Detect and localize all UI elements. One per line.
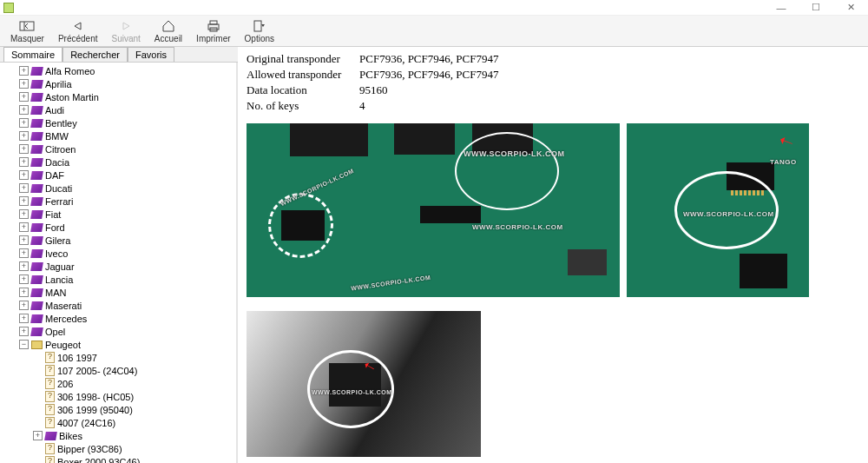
page-icon xyxy=(45,456,55,463)
brand-icon xyxy=(30,145,43,154)
expand-icon[interactable]: + xyxy=(19,209,29,219)
tree-panel[interactable]: +Alfa Romeo+Aprilia+Aston Martin+Audi+Be… xyxy=(0,63,238,463)
hide-button[interactable]: Masquer xyxy=(3,17,51,44)
tree-label: Alfa Romeo xyxy=(45,66,95,76)
tree-brand[interactable]: +Mercedes xyxy=(2,312,234,325)
home-button[interactable]: Accueil xyxy=(148,17,189,44)
expand-icon[interactable]: + xyxy=(19,66,29,76)
previous-button[interactable]: Précédent xyxy=(51,17,105,44)
tree-brand[interactable]: +Citroen xyxy=(2,142,234,155)
expand-icon[interactable]: + xyxy=(19,157,29,167)
expand-icon[interactable]: + xyxy=(19,183,29,193)
sidebar-tabs: Sommaire Rechercher Favoris xyxy=(0,47,238,63)
tree-label: Bikes xyxy=(59,431,82,441)
expand-icon[interactable]: + xyxy=(19,92,29,102)
app-icon xyxy=(3,3,14,13)
expand-icon[interactable]: + xyxy=(19,235,29,245)
tree-brand[interactable]: +DAF xyxy=(2,169,234,182)
tab-summary[interactable]: Sommaire xyxy=(3,47,62,62)
expand-icon[interactable]: + xyxy=(19,144,29,154)
tree-brand-expanded[interactable]: −Peugeot xyxy=(2,338,234,351)
tree-brand[interactable]: +Fiat xyxy=(2,208,234,221)
brand-icon xyxy=(30,80,43,89)
brand-icon xyxy=(30,197,43,206)
print-button[interactable]: Imprimer xyxy=(189,17,237,44)
tree-brand[interactable]: +Ford xyxy=(2,221,234,234)
tree-brand[interactable]: +Bentley xyxy=(2,116,234,129)
label-original-transponder: Original transponder xyxy=(247,52,359,66)
minimize-button[interactable]: — xyxy=(764,0,799,16)
svg-rect-3 xyxy=(210,21,217,24)
expand-icon xyxy=(33,405,43,414)
tree-brand[interactable]: +Iveco xyxy=(2,247,234,260)
tree-label: 306 1999 (95040) xyxy=(57,405,133,415)
tree-brand[interactable]: +Opel xyxy=(2,325,234,338)
tree-brand[interactable]: +Ferrari xyxy=(2,195,234,208)
expand-icon[interactable]: + xyxy=(19,118,29,128)
label-no-of-keys: No. of keys xyxy=(247,99,359,113)
tree-item[interactable]: 206 xyxy=(2,377,234,390)
tree-brand[interactable]: +Jaguar xyxy=(2,260,234,273)
expand-icon[interactable]: + xyxy=(19,248,29,258)
tree-brand[interactable]: +Ducati xyxy=(2,182,234,195)
close-button[interactable]: ✕ xyxy=(833,0,868,16)
brand-icon xyxy=(30,119,43,128)
tab-search[interactable]: Rechercher xyxy=(62,47,128,62)
tree-item[interactable]: Boxer 2000 93C46) xyxy=(2,455,234,463)
expand-icon[interactable]: + xyxy=(19,288,29,297)
expand-icon[interactable]: + xyxy=(19,105,29,115)
tree-label: Aprilia xyxy=(45,79,72,89)
value-allowed-transponder: PCF7936, PCF7946, PCF7947 xyxy=(359,68,498,82)
tree-brand[interactable]: +Gilera xyxy=(2,234,234,247)
pcb-image-main: WWW.SCORPIO-LK.COM WWW.SCORPIO-LK.COM WW… xyxy=(247,123,620,297)
tree-label: 306 1998- (HC05) xyxy=(57,392,134,402)
tree-brand[interactable]: +Aston Martin xyxy=(2,90,234,103)
pcb-image-closeup: ➝ TANGO WWW.SCORPIO-LK.COM xyxy=(627,123,809,297)
tree-brand[interactable]: +BMW xyxy=(2,129,234,142)
tree-brand[interactable]: +Alfa Romeo xyxy=(2,64,234,77)
maximize-button[interactable]: ☐ xyxy=(799,0,833,16)
tree-brand[interactable]: +Aprilia xyxy=(2,77,234,90)
svg-rect-0 xyxy=(20,22,34,30)
tree-label: Gilera xyxy=(45,235,70,246)
value-data-location: 95160 xyxy=(359,83,388,97)
tree-item[interactable]: 306 1998- (HC05) xyxy=(2,390,234,403)
tree-brand[interactable]: +MAN xyxy=(2,286,234,299)
tree-brand[interactable]: +Dacia xyxy=(2,155,234,169)
tree-brand[interactable]: +Lancia xyxy=(2,273,234,286)
expand-icon[interactable]: + xyxy=(19,261,29,271)
expand-icon[interactable]: + xyxy=(19,301,29,310)
brand-icon xyxy=(30,288,43,297)
expand-icon[interactable]: + xyxy=(19,131,29,141)
expand-icon[interactable]: + xyxy=(19,222,29,232)
tree-item[interactable]: 106 1997 xyxy=(2,351,234,364)
brand-icon xyxy=(30,275,43,284)
tree-item[interactable]: 107 2005- (24C04) xyxy=(2,364,234,377)
tree-bikes[interactable]: +Bikes xyxy=(2,429,234,442)
tree-label: Dacia xyxy=(45,157,69,168)
tree-item[interactable]: 4007 (24C16) xyxy=(2,416,234,429)
page-icon xyxy=(45,417,55,428)
expand-icon[interactable]: + xyxy=(19,170,29,180)
page-icon xyxy=(45,378,55,389)
expand-icon[interactable]: + xyxy=(19,314,29,323)
tab-favorites[interactable]: Favoris xyxy=(128,47,174,62)
tree-brand[interactable]: +Maserati xyxy=(2,299,234,312)
tree-item[interactable]: Bipper (93C86) xyxy=(2,442,234,455)
svg-rect-5 xyxy=(254,21,261,31)
brand-icon xyxy=(44,432,57,440)
expand-icon[interactable]: − xyxy=(19,340,29,349)
tree-label: 106 1997 xyxy=(57,353,97,363)
expand-icon[interactable]: + xyxy=(19,274,29,284)
brand-icon xyxy=(30,171,43,180)
tree-label: Boxer 2000 93C46) xyxy=(57,457,140,464)
expand-icon[interactable]: + xyxy=(19,79,29,89)
tree-item[interactable]: 306 1999 (95040) xyxy=(2,403,234,416)
options-button[interactable]: Options xyxy=(238,17,281,44)
folder-icon xyxy=(31,341,43,349)
expand-icon[interactable]: + xyxy=(33,431,43,440)
tree-brand[interactable]: +Audi xyxy=(2,103,234,116)
expand-icon[interactable]: + xyxy=(19,196,29,206)
tree-label: Mercedes xyxy=(45,314,87,324)
expand-icon[interactable]: + xyxy=(19,327,29,336)
